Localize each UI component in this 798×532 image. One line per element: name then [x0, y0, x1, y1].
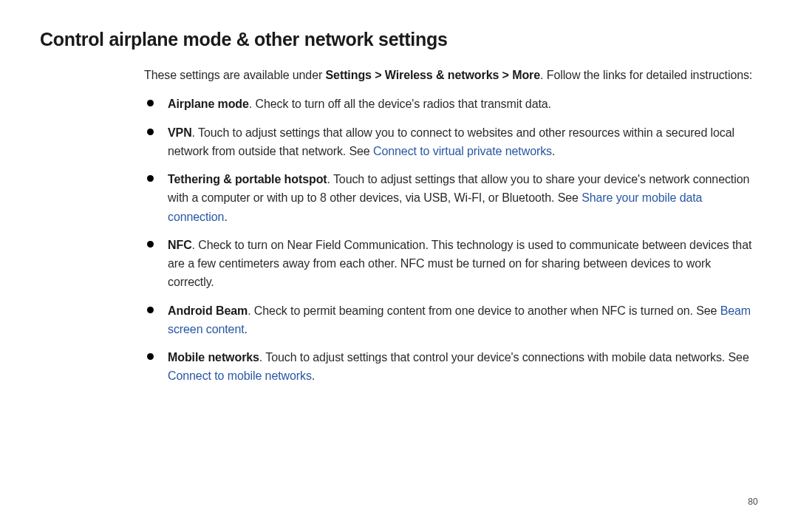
item-text-after: . [312, 369, 315, 382]
link-mobile-networks[interactable]: Connect to mobile networks [168, 369, 312, 382]
page-number: 80 [748, 497, 758, 507]
bullet-list: Airplane mode. Check to turn off all the… [40, 95, 758, 385]
list-item: Mobile networks. Touch to adjust setting… [144, 348, 758, 386]
intro-path: Settings > Wireless & networks > More [326, 69, 540, 81]
intro-pre: These settings are available under [144, 69, 326, 81]
item-text: . Check to permit beaming content from o… [248, 304, 720, 317]
item-text: . Check to turn off all the device's rad… [249, 98, 551, 110]
item-text-after: . [552, 145, 555, 157]
item-text-after: . [245, 323, 248, 335]
item-text-after: . [224, 211, 227, 223]
item-term: Tethering & portable hotspot [168, 173, 327, 185]
item-text: . Touch to adjust settings that control … [259, 351, 749, 364]
document-page: Control airplane mode & other network se… [0, 0, 798, 532]
list-item: Android Beam. Check to permit beaming co… [144, 301, 758, 339]
intro-post: . Follow the links for detailed instruct… [540, 69, 752, 81]
item-term: Android Beam [168, 304, 248, 317]
list-item: NFC. Check to turn on Near Field Communi… [144, 236, 758, 292]
item-term: NFC [168, 239, 192, 251]
item-term: VPN [168, 126, 192, 139]
item-term: Mobile networks [168, 351, 259, 364]
intro-paragraph: These settings are available under Setti… [40, 66, 758, 85]
item-term: Airplane mode [168, 98, 249, 110]
page-title: Control airplane mode & other network se… [40, 30, 758, 50]
list-item: Airplane mode. Check to turn off all the… [144, 95, 758, 113]
item-text: . Check to turn on Near Field Communicat… [168, 239, 751, 289]
list-item: VPN. Touch to adjust settings that allow… [144, 123, 758, 161]
link-vpn[interactable]: Connect to virtual private networks [373, 145, 552, 157]
list-item: Tethering & portable hotspot. Touch to a… [144, 170, 758, 226]
